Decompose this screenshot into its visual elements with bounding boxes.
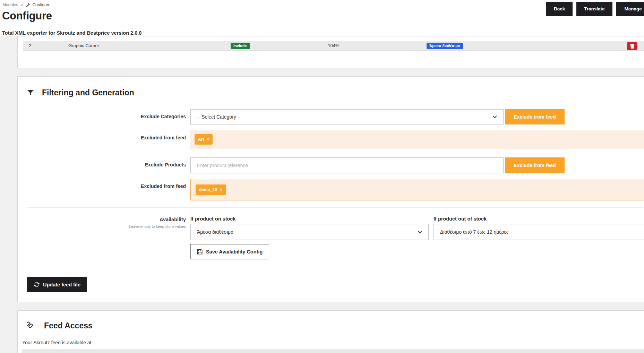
out-of-stock-select[interactable]: Διαθέσιμο από 7 έως 12 ημέρες	[433, 224, 644, 240]
breadcrumb-current-label: Configure	[32, 2, 50, 7]
wrench-icon	[26, 3, 31, 7]
configure-page: Modules > Configure Back Translate Manag…	[0, 0, 644, 353]
trash-icon	[630, 44, 634, 49]
price-modifier-cell: 104%	[321, 41, 346, 50]
feed-access-title-label: Feed Access	[44, 321, 93, 330]
page-title: Configure	[2, 10, 52, 22]
breadcrumb-current: Configure	[26, 2, 50, 7]
products-panel: 2 Graphic Corner Include 104% Άμεσα διαθ…	[17, 36, 644, 68]
exclude-categories-label: Exclude Categories	[18, 109, 186, 119]
availability-row: Availability Leave empty to keep store v…	[18, 216, 644, 259]
tag-label: Art	[198, 137, 204, 142]
filtering-title-label: Filtering and Generation	[42, 88, 134, 97]
save-icon	[197, 249, 203, 255]
product-id-cell: 2	[29, 41, 31, 50]
excluded-categories-area: Art ×	[190, 130, 644, 149]
breadcrumb: Modules > Configure	[2, 2, 50, 7]
product-reference-input[interactable]	[190, 157, 504, 173]
feed-access-section-title: Feed Access	[27, 321, 644, 330]
availability-label-col: Availability Leave empty to keep store v…	[18, 216, 186, 229]
translate-button[interactable]: Translate	[576, 2, 612, 16]
table-row: 2 Graphic Corner Include 104% Άμεσα διαθ…	[23, 41, 644, 51]
exclude-categories-row: Exclude Categories -- Select Category --…	[18, 109, 644, 124]
on-stock-select-value: Άμεσα διαθέσιμο	[197, 229, 233, 235]
filter-icon	[27, 90, 34, 96]
excluded-products-label: Excluded from feed	[18, 179, 186, 189]
excluded-categories-row: Excluded from feed Art ×	[18, 130, 644, 149]
excluded-products-row: Excluded from feed demo_10 ×	[18, 179, 644, 200]
out-of-stock-select-value: Διαθέσιμο από 7 έως 12 ημέρες	[440, 229, 509, 235]
refresh-icon	[34, 282, 40, 287]
exclude-products-row: Exclude Products Exclude from feed	[18, 157, 644, 173]
remove-tag-icon[interactable]: ×	[207, 137, 209, 142]
update-feed-label: Update feed file	[43, 282, 80, 287]
exclude-category-button[interactable]: Exclude from feed	[505, 109, 565, 124]
chevron-down-icon	[418, 231, 422, 233]
feed-url-box	[22, 349, 644, 353]
filtering-section-title: Filtering and Generation	[27, 88, 644, 97]
category-select[interactable]: -- Select Category --	[190, 109, 504, 124]
remove-tag-icon[interactable]: ×	[220, 187, 222, 192]
chevron-down-icon	[492, 115, 497, 118]
category-select-value: -- Select Category --	[197, 114, 241, 120]
back-button[interactable]: Back	[546, 2, 573, 16]
link-icon	[27, 321, 36, 330]
filtering-panel: Filtering and Generation Exclude Categor…	[17, 76, 644, 302]
availability-hint: Leave empty to keep store values	[18, 224, 186, 229]
include-status-badge[interactable]: Include	[231, 43, 250, 49]
availability-label: Availability	[18, 217, 186, 222]
delete-row-button[interactable]	[627, 42, 637, 50]
exclude-product-button[interactable]: Exclude from feed	[505, 157, 565, 173]
feed-access-panel: Feed Access Your Skroutz feed is availab…	[17, 310, 644, 353]
on-stock-label: If product on stock	[190, 216, 429, 222]
manage-button[interactable]: Manage	[616, 2, 644, 16]
on-stock-select[interactable]: Άμεσα διαθέσιμο	[190, 224, 429, 240]
tag-label: demo_10	[199, 187, 217, 192]
breadcrumb-separator: >	[21, 2, 23, 7]
out-of-stock-label: If product out of stock	[433, 216, 644, 222]
header-actions: Back Translate Manage	[546, 2, 644, 16]
save-availability-label: Save Availability Config	[206, 249, 263, 255]
exclude-products-label: Exclude Products	[18, 157, 186, 167]
excluded-product-tag: demo_10 ×	[196, 184, 226, 195]
page-header: Modules > Configure Back Translate Manag…	[0, 0, 644, 36]
excluded-category-tag: Art ×	[195, 134, 213, 145]
excluded-products-area: demo_10 ×	[190, 179, 644, 200]
update-feed-button[interactable]: Update feed file	[27, 277, 87, 292]
section-divider	[27, 207, 643, 208]
excluded-categories-label: Excluded from feed	[18, 130, 186, 140]
breadcrumb-modules-link[interactable]: Modules	[2, 2, 18, 7]
save-availability-button[interactable]: Save Availability Config	[190, 244, 269, 259]
product-name-cell: Graphic Corner	[68, 41, 99, 50]
page-subtitle: Total XML exporter for Skroutz and Bestp…	[2, 30, 141, 36]
skroutz-feed-label: Your Skroutz feed is available at:	[22, 340, 644, 345]
availability-badge: Άμεσα διαθέσιμο	[427, 43, 463, 49]
